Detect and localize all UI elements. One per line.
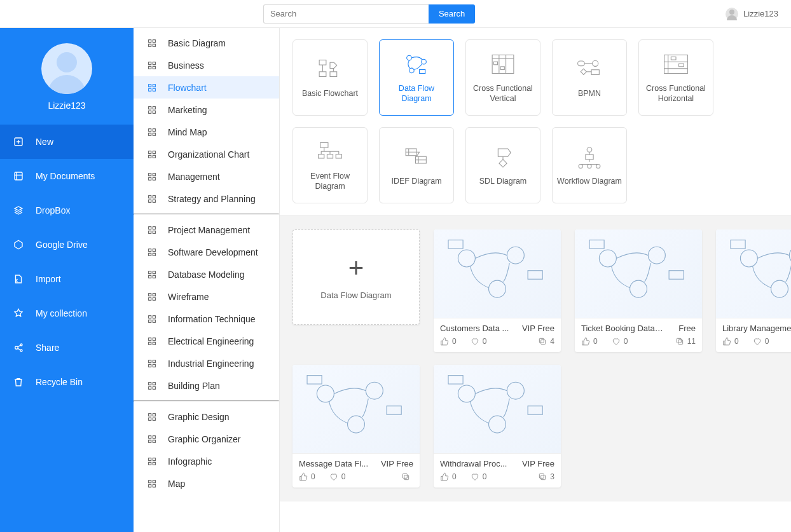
- likes[interactable]: 0: [581, 337, 598, 346]
- sidebar-item-share[interactable]: Share: [0, 331, 134, 365]
- category-marketing[interactable]: Marketing: [134, 99, 279, 121]
- category-label: Electrical Engineering: [168, 336, 254, 346]
- sidebar-item-recycle-bin[interactable]: Recycle Bin: [0, 365, 134, 399]
- template-card[interactable]: Ticket Booking Data ...Free0011: [575, 229, 702, 352]
- svg-rect-66: [153, 382, 155, 385]
- template-card[interactable]: Withdrawal Proc...VIP Free003: [434, 365, 561, 488]
- subtype-cross-functional-vertical[interactable]: Cross Functional Vertical: [465, 39, 540, 116]
- svg-rect-46: [153, 271, 155, 273]
- category-management[interactable]: Management: [134, 165, 279, 188]
- copies[interactable]: 4: [538, 337, 554, 346]
- template-title: Customers Data ...: [440, 324, 509, 333]
- category-icon: [146, 358, 158, 369]
- nav-label: Share: [36, 343, 59, 353]
- category-software-development[interactable]: Software Development: [134, 241, 279, 263]
- category-label: Management: [168, 172, 220, 182]
- favorites[interactable]: 0: [471, 337, 487, 346]
- likes[interactable]: 0: [722, 337, 739, 346]
- favorites[interactable]: 0: [753, 337, 769, 346]
- category-business[interactable]: Business: [134, 54, 279, 76]
- svg-rect-65: [149, 382, 151, 385]
- sidebar-item-import[interactable]: Import: [0, 262, 134, 296]
- category-electrical-engineering[interactable]: Electrical Engineering: [134, 330, 279, 352]
- svg-rect-144: [528, 406, 542, 414]
- subtype-sdl-diagram[interactable]: SDL Diagram: [465, 127, 540, 203]
- blank-template[interactable]: +Data Flow Diagram: [292, 229, 420, 325]
- favorites[interactable]: 0: [471, 472, 487, 481]
- favorites[interactable]: 0: [329, 472, 346, 481]
- category-wireframe[interactable]: Wireframe: [134, 285, 279, 308]
- likes[interactable]: 0: [440, 337, 457, 346]
- category-map[interactable]: Map: [134, 472, 279, 494]
- category-graphic-organizer[interactable]: Graphic Organizer: [134, 428, 279, 450]
- category-flowchart[interactable]: Flowchart: [134, 76, 279, 99]
- subtype-basic-flowchart[interactable]: Basic Flowchart: [292, 39, 368, 116]
- user-menu[interactable]: Lizzie123: [726, 8, 778, 20]
- svg-rect-94: [500, 67, 504, 70]
- subtype-idef-diagram[interactable]: IDEF Diagram: [379, 127, 454, 203]
- subtype-cross-functional-horizontal[interactable]: Cross Functional Horizontal: [638, 39, 713, 116]
- likes[interactable]: 0: [299, 472, 315, 481]
- nav-icon: [13, 239, 24, 250]
- svg-rect-64: [153, 364, 155, 367]
- sidebar-item-dropbox[interactable]: DropBox: [0, 193, 134, 228]
- category-database-modeling[interactable]: Database Modeling: [134, 263, 279, 285]
- category-information-technique[interactable]: Information Technique: [134, 308, 279, 330]
- search-input[interactable]: [263, 4, 429, 24]
- svg-point-107: [587, 147, 592, 153]
- category-icon: [146, 38, 158, 49]
- nav-icon: [13, 273, 24, 285]
- svg-rect-102: [319, 154, 324, 158]
- sidebar-item-new[interactable]: New: [0, 125, 134, 159]
- subtype-icon: [575, 57, 604, 82]
- category-graphic-design[interactable]: Graphic Design: [134, 406, 279, 428]
- svg-rect-47: [149, 275, 151, 278]
- category-building-plan[interactable]: Building Plan: [134, 374, 279, 397]
- search-box: Search: [263, 4, 475, 24]
- subtype-event-flow-diagram[interactable]: Event Flow Diagram: [292, 127, 368, 203]
- subtype-icon: [575, 144, 604, 170]
- favorites[interactable]: 0: [612, 337, 628, 346]
- category-infographic[interactable]: Infographic: [134, 450, 279, 472]
- subtype-icon: [315, 57, 345, 82]
- svg-rect-43: [149, 253, 151, 256]
- subtype-bpmn[interactable]: BPMN: [552, 39, 627, 116]
- category-label: Basic Diagram: [168, 38, 226, 48]
- svg-rect-82: [153, 480, 155, 482]
- svg-rect-27: [149, 155, 151, 158]
- template-card[interactable]: Customers Data ...VIP Free004: [434, 229, 561, 352]
- template-card[interactable]: Library Management...Free004: [716, 229, 791, 352]
- category-label: Building Plan: [168, 381, 220, 391]
- subtype-icon: [315, 139, 345, 165]
- svg-rect-37: [149, 226, 151, 229]
- category-organizational-chart[interactable]: Organizational Chart: [134, 143, 279, 165]
- category-label: Organizational Chart: [168, 149, 249, 160]
- category-industrial-engineering[interactable]: Industrial Engineering: [134, 352, 279, 374]
- copies[interactable]: 3: [538, 472, 554, 481]
- category-icon: [146, 456, 158, 467]
- profile-avatar[interactable]: [41, 43, 92, 94]
- svg-point-134: [366, 382, 383, 399]
- category-project-management[interactable]: Project Management: [134, 219, 279, 241]
- category-icon: [146, 336, 158, 347]
- category-basic-diagram[interactable]: Basic Diagram: [134, 32, 279, 54]
- subtype-label: Event Flow Diagram: [297, 171, 363, 192]
- svg-rect-92: [492, 55, 514, 73]
- likes[interactable]: 0: [440, 472, 457, 481]
- sidebar-item-google-drive[interactable]: Google Drive: [0, 228, 134, 262]
- category-strategy-and-planning[interactable]: Strategy and Planning: [134, 188, 279, 210]
- search-button[interactable]: Search: [429, 4, 475, 24]
- sidebar-item-my-collection[interactable]: My collection: [0, 296, 134, 331]
- profile-username: Lizzie123: [48, 100, 85, 111]
- subtype-data-flow-diagram[interactable]: Data Flow Diagram: [379, 39, 454, 116]
- copies[interactable]: 11: [675, 337, 696, 346]
- template-card[interactable]: Message Data Fl...VIP Free00: [292, 365, 420, 488]
- sidebar-item-my-documents[interactable]: My Documents: [0, 159, 134, 193]
- svg-point-89: [422, 59, 427, 64]
- category-label: Information Technique: [168, 314, 256, 324]
- svg-rect-146: [540, 474, 544, 478]
- subtype-workflow-diagram[interactable]: Workflow Diagram: [552, 127, 627, 203]
- category-mind-map[interactable]: Mind Map: [134, 121, 279, 143]
- category-icon: [146, 149, 158, 160]
- copies[interactable]: [401, 472, 413, 481]
